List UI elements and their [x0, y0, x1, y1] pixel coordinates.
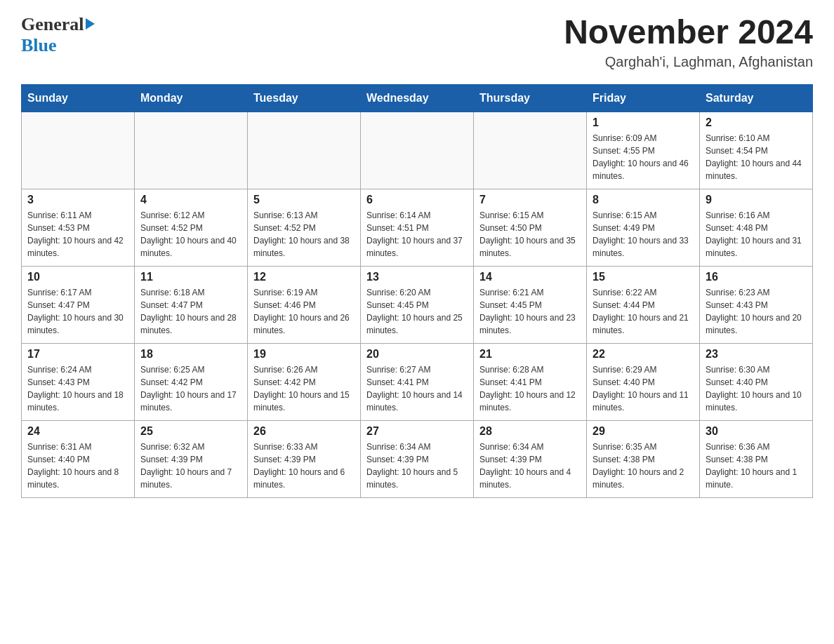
calendar-cell: 2Sunrise: 6:10 AM Sunset: 4:54 PM Daylig… — [700, 112, 813, 189]
day-info: Sunrise: 6:12 AM Sunset: 4:52 PM Dayligh… — [140, 209, 241, 260]
day-number: 10 — [27, 271, 128, 283]
day-number: 2 — [706, 116, 807, 129]
header-day-tuesday: Tuesday — [248, 84, 361, 112]
calendar-cell: 24Sunrise: 6:31 AM Sunset: 4:40 PM Dayli… — [22, 420, 135, 497]
day-number: 3 — [27, 194, 128, 206]
day-number: 30 — [706, 425, 807, 438]
header-day-sunday: Sunday — [22, 84, 135, 112]
calendar-cell — [361, 112, 474, 189]
calendar-cell: 22Sunrise: 6:29 AM Sunset: 4:40 PM Dayli… — [587, 343, 700, 420]
calendar-cell — [135, 112, 248, 189]
day-info: Sunrise: 6:13 AM Sunset: 4:52 PM Dayligh… — [253, 209, 355, 260]
day-info: Sunrise: 6:24 AM Sunset: 4:43 PM Dayligh… — [27, 363, 128, 414]
calendar-cell: 5Sunrise: 6:13 AM Sunset: 4:52 PM Daylig… — [248, 189, 361, 266]
calendar-cell: 17Sunrise: 6:24 AM Sunset: 4:43 PM Dayli… — [22, 343, 135, 420]
day-number: 29 — [593, 425, 694, 438]
day-info: Sunrise: 6:15 AM Sunset: 4:50 PM Dayligh… — [479, 209, 581, 260]
day-info: Sunrise: 6:17 AM Sunset: 4:47 PM Dayligh… — [27, 286, 128, 337]
calendar-cell — [474, 112, 587, 189]
week-row-4: 17Sunrise: 6:24 AM Sunset: 4:43 PM Dayli… — [22, 343, 813, 420]
day-number: 13 — [366, 271, 468, 283]
calendar-cell: 19Sunrise: 6:26 AM Sunset: 4:42 PM Dayli… — [248, 343, 361, 420]
day-number: 18 — [140, 348, 241, 361]
day-info: Sunrise: 6:34 AM Sunset: 4:39 PM Dayligh… — [479, 441, 581, 491]
calendar-cell: 3Sunrise: 6:11 AM Sunset: 4:53 PM Daylig… — [22, 189, 135, 266]
header-day-saturday: Saturday — [700, 84, 813, 112]
calendar-cell: 30Sunrise: 6:36 AM Sunset: 4:38 PM Dayli… — [700, 420, 813, 497]
day-number: 19 — [253, 348, 355, 361]
calendar-cell: 11Sunrise: 6:18 AM Sunset: 4:47 PM Dayli… — [135, 266, 248, 343]
day-number: 9 — [706, 194, 807, 206]
day-info: Sunrise: 6:27 AM Sunset: 4:41 PM Dayligh… — [366, 363, 468, 414]
calendar-cell: 23Sunrise: 6:30 AM Sunset: 4:40 PM Dayli… — [700, 343, 813, 420]
day-info: Sunrise: 6:16 AM Sunset: 4:48 PM Dayligh… — [706, 209, 807, 260]
day-number: 26 — [253, 425, 355, 438]
calendar-cell: 16Sunrise: 6:23 AM Sunset: 4:43 PM Dayli… — [700, 266, 813, 343]
day-info: Sunrise: 6:30 AM Sunset: 4:40 PM Dayligh… — [706, 363, 807, 414]
day-info: Sunrise: 6:23 AM Sunset: 4:43 PM Dayligh… — [706, 286, 807, 337]
week-row-3: 10Sunrise: 6:17 AM Sunset: 4:47 PM Dayli… — [22, 266, 813, 343]
calendar-cell: 25Sunrise: 6:32 AM Sunset: 4:39 PM Dayli… — [135, 420, 248, 497]
calendar-cell: 20Sunrise: 6:27 AM Sunset: 4:41 PM Dayli… — [361, 343, 474, 420]
calendar-table: SundayMondayTuesdayWednesdayThursdayFrid… — [21, 84, 813, 498]
calendar-cell: 27Sunrise: 6:34 AM Sunset: 4:39 PM Dayli… — [361, 420, 474, 497]
logo-area: General Blue — [21, 14, 96, 56]
calendar-cell: 10Sunrise: 6:17 AM Sunset: 4:47 PM Dayli… — [22, 266, 135, 343]
location-subtitle: Qarghah'i, Laghman, Afghanistan — [564, 54, 813, 70]
day-info: Sunrise: 6:09 AM Sunset: 4:55 PM Dayligh… — [593, 132, 694, 182]
calendar-cell: 9Sunrise: 6:16 AM Sunset: 4:48 PM Daylig… — [700, 189, 813, 266]
calendar-header: SundayMondayTuesdayWednesdayThursdayFrid… — [22, 84, 813, 112]
day-info: Sunrise: 6:35 AM Sunset: 4:38 PM Dayligh… — [593, 441, 694, 491]
day-number: 11 — [140, 271, 241, 283]
day-info: Sunrise: 6:34 AM Sunset: 4:39 PM Dayligh… — [366, 441, 468, 491]
day-number: 14 — [479, 271, 581, 283]
header-row: SundayMondayTuesdayWednesdayThursdayFrid… — [22, 84, 813, 112]
calendar-cell: 26Sunrise: 6:33 AM Sunset: 4:39 PM Dayli… — [248, 420, 361, 497]
day-number: 22 — [593, 348, 694, 361]
title-area: November 2024 Qarghah'i, Laghman, Afghan… — [564, 14, 813, 70]
day-info: Sunrise: 6:19 AM Sunset: 4:46 PM Dayligh… — [253, 286, 355, 337]
day-number: 24 — [27, 425, 128, 438]
page-header: General Blue November 2024 Qarghah'i, La… — [21, 14, 813, 70]
day-info: Sunrise: 6:21 AM Sunset: 4:45 PM Dayligh… — [479, 286, 581, 337]
logo-general-text: General — [21, 14, 84, 35]
calendar-cell — [248, 112, 361, 189]
day-info: Sunrise: 6:22 AM Sunset: 4:44 PM Dayligh… — [593, 286, 694, 337]
day-info: Sunrise: 6:18 AM Sunset: 4:47 PM Dayligh… — [140, 286, 241, 337]
day-number: 21 — [479, 348, 581, 361]
week-row-2: 3Sunrise: 6:11 AM Sunset: 4:53 PM Daylig… — [22, 189, 813, 266]
calendar-cell: 14Sunrise: 6:21 AM Sunset: 4:45 PM Dayli… — [474, 266, 587, 343]
day-info: Sunrise: 6:10 AM Sunset: 4:54 PM Dayligh… — [706, 132, 807, 182]
calendar-cell: 13Sunrise: 6:20 AM Sunset: 4:45 PM Dayli… — [361, 266, 474, 343]
day-number: 8 — [593, 194, 694, 206]
day-number: 15 — [593, 271, 694, 283]
calendar-cell: 21Sunrise: 6:28 AM Sunset: 4:41 PM Dayli… — [474, 343, 587, 420]
day-info: Sunrise: 6:25 AM Sunset: 4:42 PM Dayligh… — [140, 363, 241, 414]
month-title: November 2024 — [564, 14, 813, 51]
day-number: 1 — [593, 116, 694, 129]
header-day-thursday: Thursday — [474, 84, 587, 112]
day-number: 4 — [140, 194, 241, 206]
day-number: 7 — [479, 194, 581, 206]
day-info: Sunrise: 6:28 AM Sunset: 4:41 PM Dayligh… — [479, 363, 581, 414]
day-number: 6 — [366, 194, 468, 206]
calendar-cell: 7Sunrise: 6:15 AM Sunset: 4:50 PM Daylig… — [474, 189, 587, 266]
calendar-cell: 6Sunrise: 6:14 AM Sunset: 4:51 PM Daylig… — [361, 189, 474, 266]
day-number: 28 — [479, 425, 581, 438]
logo-blue-text: Blue — [21, 35, 57, 55]
header-day-wednesday: Wednesday — [361, 84, 474, 112]
day-info: Sunrise: 6:11 AM Sunset: 4:53 PM Dayligh… — [27, 209, 128, 260]
day-info: Sunrise: 6:26 AM Sunset: 4:42 PM Dayligh… — [253, 363, 355, 414]
logo-blue-row: Blue — [21, 35, 57, 56]
header-day-monday: Monday — [135, 84, 248, 112]
day-info: Sunrise: 6:31 AM Sunset: 4:40 PM Dayligh… — [27, 441, 128, 491]
calendar-cell: 29Sunrise: 6:35 AM Sunset: 4:38 PM Dayli… — [587, 420, 700, 497]
day-number: 20 — [366, 348, 468, 361]
logo-triangle-icon — [86, 18, 95, 29]
calendar-cell: 28Sunrise: 6:34 AM Sunset: 4:39 PM Dayli… — [474, 420, 587, 497]
day-number: 5 — [253, 194, 355, 206]
day-info: Sunrise: 6:32 AM Sunset: 4:39 PM Dayligh… — [140, 441, 241, 491]
day-number: 16 — [706, 271, 807, 283]
day-number: 23 — [706, 348, 807, 361]
day-info: Sunrise: 6:15 AM Sunset: 4:49 PM Dayligh… — [593, 209, 694, 260]
